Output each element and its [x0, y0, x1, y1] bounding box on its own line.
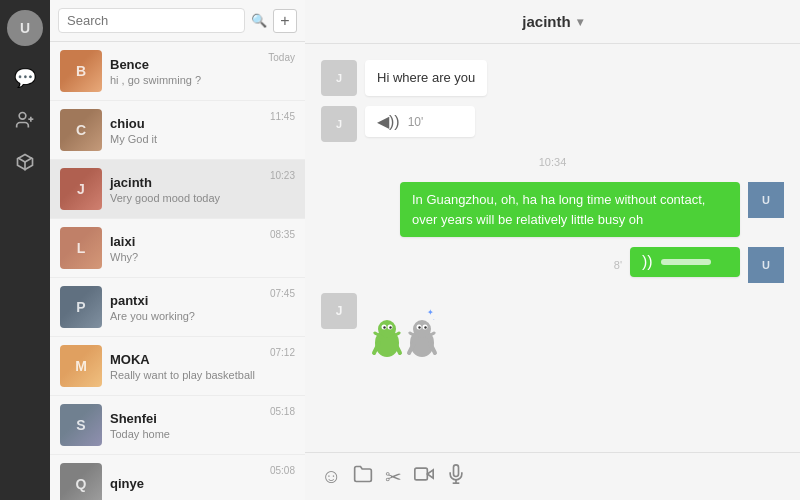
contact-item[interactable]: L laixi Why? 08:35: [50, 219, 305, 278]
message-time: 8': [614, 259, 622, 271]
contact-name: chiou: [110, 116, 264, 131]
sticker: ✦ ·: [365, 293, 445, 363]
voice-message-bubble[interactable]: ◀)) 10': [365, 106, 475, 137]
svg-point-8: [383, 326, 385, 328]
contact-avatar: Q: [60, 463, 102, 500]
contact-time: 07:12: [270, 347, 295, 358]
contact-item[interactable]: P pantxi Are you working? 07:45: [50, 278, 305, 337]
contact-last-message: My God it: [110, 133, 264, 145]
svg-point-18: [418, 326, 420, 328]
contact-item[interactable]: M MOKA Really want to play basketball 07…: [50, 337, 305, 396]
message-timestamp: 10:34: [321, 156, 784, 168]
contacts-nav-icon[interactable]: [7, 102, 43, 138]
message-avatar: U: [748, 182, 784, 218]
contact-item[interactable]: B Bence hi , go swimming ? Today: [50, 42, 305, 101]
search-icon: 🔍: [251, 13, 267, 28]
contact-info: jacinth Very good mood today: [110, 175, 264, 204]
contact-info: MOKA Really want to play basketball: [110, 352, 264, 381]
contact-item[interactable]: Q qinye 05:08: [50, 455, 305, 500]
contact-name: MOKA: [110, 352, 264, 367]
message-bubble: In Guangzhou, oh, ha ha long time withou…: [400, 182, 740, 237]
chevron-down-icon[interactable]: ▾: [577, 15, 583, 29]
contact-avatar: C: [60, 109, 102, 151]
contact-time: 05:18: [270, 406, 295, 417]
add-contact-button[interactable]: +: [273, 9, 297, 33]
chat-toolbar: ☺ ✂: [305, 452, 800, 500]
message-row: J: [321, 293, 784, 363]
voice-play-icon: ◀)): [377, 112, 400, 131]
message-row: U )) 8': [321, 247, 784, 283]
svg-point-0: [19, 113, 26, 120]
voice-message-bubble[interactable]: )): [630, 247, 740, 277]
contact-item[interactable]: J jacinth Very good mood today 10:23: [50, 160, 305, 219]
contact-time: 08:35: [270, 229, 295, 240]
message-bubble: Hi where are you: [365, 60, 487, 96]
message-avatar: J: [321, 293, 357, 329]
video-icon[interactable]: [414, 464, 434, 489]
contact-time: 07:45: [270, 288, 295, 299]
contact-time: 10:23: [270, 170, 295, 181]
contact-avatar: P: [60, 286, 102, 328]
contact-name: qinye: [110, 476, 264, 491]
message-avatar: U: [748, 247, 784, 283]
contact-last-message: hi , go swimming ?: [110, 74, 262, 86]
contact-last-message: Are you working?: [110, 310, 264, 322]
contact-name: Shenfei: [110, 411, 264, 426]
search-input[interactable]: [58, 8, 245, 33]
contact-time: Today: [268, 52, 295, 63]
contact-avatar: B: [60, 50, 102, 92]
emoji-icon[interactable]: ☺: [321, 465, 341, 488]
contact-last-message: Really want to play basketball: [110, 369, 264, 381]
svg-rect-27: [415, 468, 428, 480]
contact-info: chiou My God it: [110, 116, 264, 145]
contact-avatar: L: [60, 227, 102, 269]
contact-item[interactable]: S Shenfei Today home 05:18: [50, 396, 305, 455]
contacts-container: B Bence hi , go swimming ? Today C chiou…: [50, 42, 305, 500]
contact-name: pantxi: [110, 293, 264, 308]
contact-info: qinye: [110, 476, 264, 493]
contact-last-message: Why?: [110, 251, 264, 263]
contact-avatar: J: [60, 168, 102, 210]
contact-item[interactable]: C chiou My God it 11:45: [50, 101, 305, 160]
chat-area: jacinth ▾ JHi where are youJ ◀)) 10' 10:…: [305, 0, 800, 500]
scissors-icon[interactable]: ✂: [385, 465, 402, 489]
voice-play-icon: )): [642, 253, 653, 271]
contact-name: laixi: [110, 234, 264, 249]
contact-info: pantxi Are you working?: [110, 293, 264, 322]
message-row: J ◀)) 10': [321, 106, 784, 142]
mic-icon[interactable]: [446, 464, 466, 489]
message-avatar: J: [321, 106, 357, 142]
voice-duration: 10': [408, 115, 424, 129]
message-row: JHi where are you: [321, 60, 784, 96]
chat-messages: JHi where are youJ ◀)) 10' 10:34UIn Guan…: [305, 44, 800, 452]
contact-info: Bence hi , go swimming ?: [110, 57, 262, 86]
chat-header: jacinth ▾: [305, 0, 800, 44]
sidebar: U 💬: [0, 0, 50, 500]
voice-waveform: [661, 259, 711, 265]
user-avatar[interactable]: U: [7, 10, 43, 46]
contact-info: Shenfei Today home: [110, 411, 264, 440]
contact-time: 05:08: [270, 465, 295, 476]
contact-avatar: M: [60, 345, 102, 387]
svg-point-19: [424, 326, 426, 328]
contact-last-message: Very good mood today: [110, 192, 264, 204]
message-avatar: J: [321, 60, 357, 96]
contact-list: 🔍 + B Bence hi , go swimming ? Today C c…: [50, 0, 305, 500]
contact-name: jacinth: [110, 175, 264, 190]
message-row: UIn Guangzhou, oh, ha ha long time witho…: [321, 182, 784, 237]
svg-text:·: ·: [433, 316, 435, 322]
sticker-message: ✦ ·: [365, 293, 445, 363]
contact-name: Bence: [110, 57, 262, 72]
package-nav-icon[interactable]: [7, 144, 43, 180]
contact-last-message: Today home: [110, 428, 264, 440]
contact-info: laixi Why?: [110, 234, 264, 263]
contact-time: 11:45: [270, 111, 295, 122]
svg-point-9: [389, 326, 391, 328]
folder-icon[interactable]: [353, 464, 373, 489]
chat-contact-name: jacinth: [522, 13, 570, 30]
search-bar: 🔍 +: [50, 0, 305, 42]
svg-marker-26: [428, 470, 434, 478]
contact-avatar: S: [60, 404, 102, 446]
chat-nav-icon[interactable]: 💬: [7, 60, 43, 96]
